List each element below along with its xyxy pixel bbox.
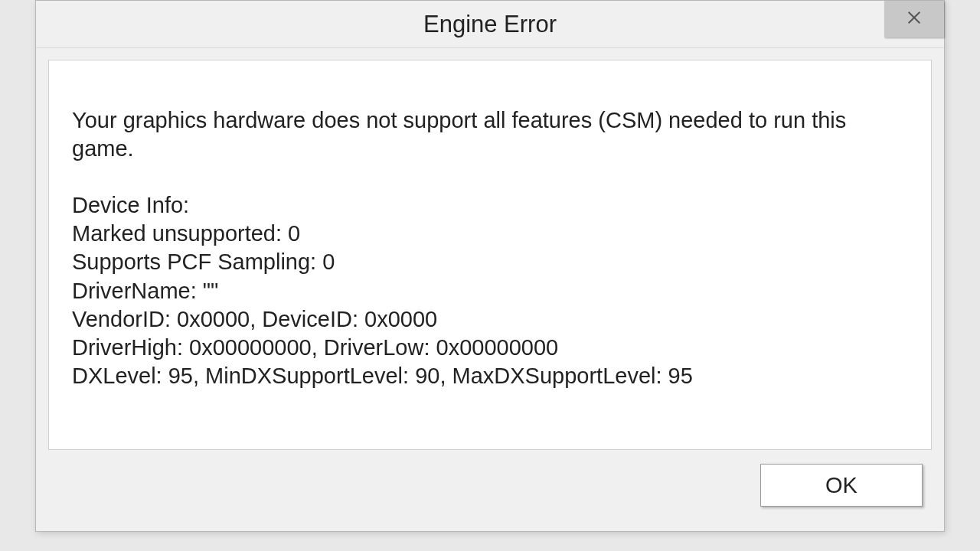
error-message: Your graphics hardware does not support …	[72, 106, 908, 163]
info-vendor-device: VendorID: 0x0000, DeviceID: 0x0000	[72, 305, 908, 334]
close-icon	[906, 9, 923, 29]
dialog-title: Engine Error	[423, 11, 557, 38]
content-wrap: Your graphics hardware does not support …	[36, 48, 944, 450]
content-panel: Your graphics hardware does not support …	[48, 60, 932, 450]
ok-button[interactable]: OK	[760, 464, 923, 507]
error-dialog: Engine Error Your graphics hardware does…	[35, 0, 945, 532]
button-row: OK	[36, 450, 944, 507]
info-marked-unsupported: Marked unsupported: 0	[72, 220, 908, 248]
info-dx-level: DXLevel: 95, MinDXSupportLevel: 90, MaxD…	[72, 362, 908, 390]
info-driver-high-low: DriverHigh: 0x00000000, DriverLow: 0x000…	[72, 334, 908, 362]
info-supports-pcf: Supports PCF Sampling: 0	[72, 248, 908, 276]
close-button[interactable]	[884, 1, 944, 37]
titlebar: Engine Error	[36, 1, 944, 48]
info-driver-name: DriverName: ""	[72, 277, 908, 305]
device-info-header: Device Info:	[72, 191, 908, 220]
